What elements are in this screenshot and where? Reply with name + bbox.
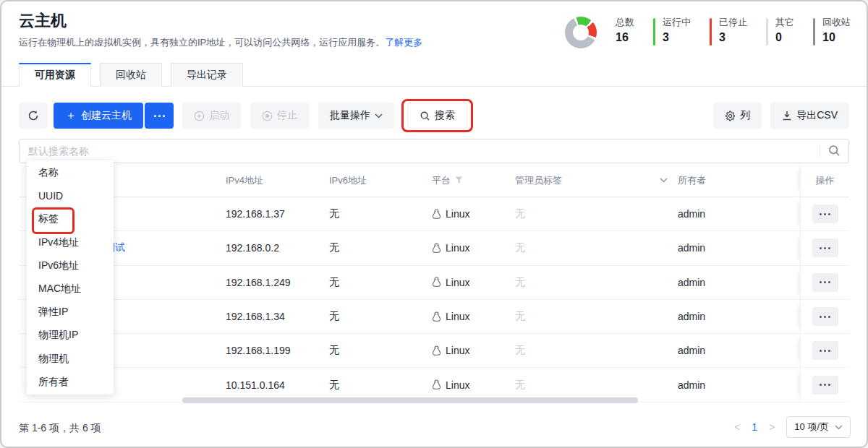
start-button[interactable]: 启动 — [182, 103, 241, 129]
stat-text: 其它0 — [775, 16, 794, 46]
platform-label: Linux — [446, 208, 469, 220]
search-bar — [19, 139, 849, 163]
dropdown-item[interactable]: UUID — [27, 184, 114, 207]
cell-ipv6: 无 — [329, 241, 432, 254]
stat-label: 回收站 — [822, 16, 851, 29]
row-actions-button[interactable] — [812, 238, 838, 257]
row-actions-button[interactable] — [812, 376, 838, 395]
stat-value: 3 — [663, 31, 691, 44]
cell-admin-tag: 无 — [515, 276, 678, 289]
dropdown-item[interactable]: 标签 — [27, 207, 114, 231]
cell-owner: admin — [678, 242, 800, 254]
stat-label: 运行中 — [663, 16, 691, 29]
search-button[interactable]: 搜索 — [407, 103, 467, 129]
dropdown-item[interactable]: 物理机 — [27, 348, 114, 371]
table-row: 192.168.1.199无Linux无admin — [19, 334, 849, 368]
search-filter-dropdown: 名称UUID标签IPv4地址IPv6地址MAC地址弹性IP物理机IP物理机所有者 — [27, 160, 114, 395]
dropdown-item[interactable]: IPv4地址 — [27, 231, 114, 254]
dropdown-item[interactable]: 弹性IP — [27, 301, 114, 324]
stat-text: 运行中3 — [663, 16, 691, 46]
col-header-owner[interactable]: 所有者 — [678, 174, 800, 187]
cell-ipv4: 192.168.1.249 — [226, 277, 329, 288]
ellipsis-icon — [820, 350, 830, 352]
platform-label: Linux — [446, 242, 469, 254]
export-csv-button[interactable]: 导出CSV — [770, 103, 849, 129]
stat-text: 回收站10 — [822, 16, 851, 46]
chevron-down-icon[interactable] — [660, 178, 668, 183]
cell-ipv6: 无 — [329, 344, 432, 357]
stat-item: 运行中3 — [653, 16, 691, 46]
cell-ipv6: 无 — [329, 310, 432, 323]
status-stats: 总数16运行中3已停止3其它0回收站10 — [565, 16, 851, 48]
dropdown-item[interactable]: IPv6地址 — [27, 254, 114, 277]
prev-page-icon[interactable]: < — [733, 421, 741, 433]
table-row: 192.168.1.34无Linux无admin — [19, 300, 849, 334]
row-actions-button[interactable] — [812, 341, 838, 360]
stat-divider-bar — [653, 18, 655, 46]
cell-owner: admin — [678, 345, 800, 356]
columns-label: 列 — [740, 109, 750, 122]
stat-item: 总数16 — [616, 16, 634, 46]
cell-ipv4: 192.168.1.199 — [226, 345, 329, 356]
search-input[interactable] — [19, 139, 849, 163]
admin-tag-value: 无 — [515, 241, 525, 254]
filter-funnel-icon[interactable] — [455, 176, 463, 184]
page-number[interactable]: 1 — [752, 421, 757, 433]
page-size-select[interactable]: 10 项/页 — [786, 416, 851, 438]
tab-export-records[interactable]: 导出记录 — [171, 63, 243, 87]
table-header-row: IPv4地址 IPv6地址 平台 管理员标签 所有者 操作 — [19, 164, 849, 197]
linux-penguin-icon — [432, 209, 441, 220]
row-actions-button[interactable] — [812, 204, 838, 223]
linux-penguin-icon — [432, 243, 441, 254]
cell-actions — [800, 368, 849, 401]
stat-value: 0 — [775, 31, 794, 44]
search-submit-icon[interactable] — [828, 145, 841, 157]
pagination-summary: 第 1-6 项，共 6 项 — [19, 422, 101, 435]
next-page-icon[interactable]: > — [767, 421, 776, 433]
instance-table: IPv4地址 IPv6地址 平台 管理员标签 所有者 操作 192.168.1.… — [19, 164, 849, 402]
stat-item: 其它0 — [766, 16, 794, 46]
ellipsis-icon — [154, 115, 165, 117]
cell-ipv6: 无 — [329, 276, 432, 289]
col-header-platform[interactable]: 平台 — [432, 174, 515, 187]
create-cloud-host-label: 创建云主机 — [81, 109, 132, 122]
start-label: 启动 — [209, 109, 229, 122]
search-label: 搜索 — [435, 109, 455, 122]
dropdown-item[interactable]: MAC地址 — [27, 277, 114, 301]
batch-operations-button[interactable]: 批量操作 — [318, 103, 394, 129]
dropdown-item[interactable]: 物理机IP — [27, 324, 114, 347]
cell-platform: Linux — [432, 379, 515, 391]
col-header-admin-tag[interactable]: 管理员标签 — [515, 174, 678, 187]
plus-icon: ＋ — [65, 110, 77, 121]
columns-button[interactable]: 列 — [713, 103, 762, 129]
col-header-ipv4[interactable]: IPv4地址 — [226, 174, 329, 187]
col-header-ipv6[interactable]: IPv6地址 — [329, 174, 432, 187]
platform-label: Linux — [446, 277, 469, 288]
cloud-host-page: 云主机 运行在物理机上的虚拟机实例，具有独立的IP地址，可以访问公共网络，运行应… — [0, 0, 868, 448]
table-body: 192.168.1.37无Linux无admin测试192.168.0.2无Li… — [19, 197, 849, 402]
linux-penguin-icon — [432, 345, 441, 356]
stat-text: 已停止3 — [719, 16, 747, 46]
stat-item: 回收站10 — [813, 16, 851, 46]
more-actions-button[interactable] — [145, 103, 174, 129]
stats-items: 总数16运行中3已停止3其它0回收站10 — [616, 16, 851, 46]
row-actions-button[interactable] — [812, 307, 838, 326]
platform-label: Linux — [446, 379, 469, 391]
stat-divider-bar — [766, 18, 768, 46]
horizontal-scrollbar[interactable] — [182, 397, 638, 403]
cell-admin-tag: 无 — [515, 207, 678, 220]
cell-actions — [800, 300, 849, 333]
page-size-label: 10 项/页 — [794, 421, 829, 434]
stat-value: 10 — [822, 31, 851, 44]
learn-more-link[interactable]: 了解更多 — [385, 37, 422, 48]
stop-button[interactable]: 停止 — [250, 103, 309, 129]
tab-recycle-bin[interactable]: 回收站 — [100, 63, 162, 87]
cell-actions — [800, 231, 849, 264]
chevron-down-icon — [375, 113, 383, 119]
refresh-button[interactable] — [19, 103, 48, 129]
dropdown-item[interactable]: 名称 — [27, 161, 114, 184]
row-actions-button[interactable] — [812, 273, 838, 292]
tab-available-resources[interactable]: 可用资源 — [19, 63, 91, 87]
dropdown-item[interactable]: 所有者 — [27, 371, 114, 394]
create-cloud-host-button[interactable]: ＋ 创建云主机 — [54, 103, 143, 129]
